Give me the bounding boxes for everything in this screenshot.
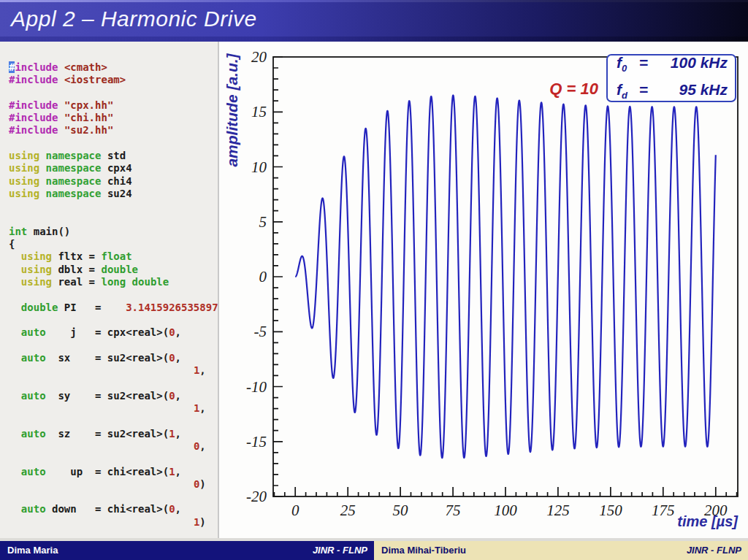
code-line	[9, 491, 218, 503]
code-line: double PI = 3.14159265358979	[9, 302, 218, 314]
code-line: #include <iostream>	[9, 74, 218, 86]
x-tick-label: 0	[291, 502, 299, 519]
code-line: #include "chi.hh"	[9, 112, 218, 124]
code-line: #include "cpx.hh"	[9, 99, 218, 112]
code-line: #include <cmath>	[9, 61, 218, 74]
code-line	[9, 213, 218, 226]
code-line: using namespace su24	[9, 188, 218, 200]
code-line: using namespace chi4	[9, 175, 218, 188]
y-tick-label: 0	[259, 268, 267, 285]
code-line: auto up = chi<real>(1,	[9, 466, 218, 478]
code-line	[9, 137, 218, 150]
code-line	[9, 453, 218, 465]
x-tick-label: 100	[494, 502, 517, 519]
code-line: #include "su2.hh"	[9, 124, 218, 137]
code-line: auto down = chi<real>(0,	[9, 503, 218, 515]
x-tick-label: 175	[652, 502, 675, 519]
y-tick-label: -10	[246, 378, 267, 396]
code-line: 1,	[9, 364, 218, 377]
code-line: auto j = cpx<real>(0,	[9, 326, 218, 339]
x-tick-label: 50	[393, 502, 409, 519]
code-line: using namespace cpx4	[9, 162, 218, 174]
code-line: 0,	[9, 440, 218, 453]
x-tick-label: 150	[599, 502, 622, 519]
header-bottom-stripe	[0, 37, 748, 42]
code-line: 1,	[9, 402, 218, 415]
footer-left: Dima Maria JINR - FLNP	[0, 541, 374, 560]
chart-panel: 0255075100125150175200-20-15-10-50510152…	[218, 42, 748, 538]
y-tick-label: 5	[259, 213, 267, 231]
y-axis-title: amplitude [a.u.]	[224, 45, 241, 175]
y-tick-label: -20	[246, 488, 267, 505]
code-line: int main()	[9, 226, 218, 238]
y-tick-label: 15	[251, 103, 267, 120]
code-line	[9, 87, 218, 99]
code-line: auto sx = su2<real>(0,	[9, 352, 218, 364]
waveform-plot: 0255075100125150175200-20-15-10-50510152…	[221, 42, 748, 538]
slide: Appl 2 – Harmonic Drive #include <cmath>…	[0, 0, 748, 560]
code-line	[9, 415, 218, 427]
affiliation-left: JINR - FLNP	[313, 545, 367, 556]
legend-box: f0=100 kHzfd=95 kHz	[606, 54, 736, 102]
legend-entry: f0=100 kHz	[617, 52, 728, 79]
code-line: auto sy = su2<real>(0,	[9, 390, 218, 402]
code-line: auto sz = su2<real>(1,	[9, 428, 218, 440]
y-tick-label: 10	[251, 158, 267, 176]
code-line: 1)	[9, 516, 218, 529]
code-line: 0)	[9, 478, 218, 491]
code-line: using fltx = float	[9, 250, 218, 263]
code-line: using dblx = double	[9, 264, 218, 276]
y-tick-label: -15	[246, 433, 267, 450]
affiliation-right: JINR - FLNP	[687, 545, 741, 556]
code-line	[9, 288, 218, 301]
legend-entry: fd=95 kHz	[617, 79, 728, 106]
slide-title: Appl 2 – Harmonic Drive	[11, 7, 257, 31]
x-tick-label: 75	[446, 502, 461, 519]
code-line	[9, 377, 218, 389]
footer-right: Dima Mihai-Tiberiu JINR - FLNP	[374, 541, 748, 560]
author-left: Dima Maria	[7, 545, 58, 556]
footer: Dima Maria JINR - FLNP Dima Mihai-Tiberi…	[0, 541, 748, 560]
code-line: using real = long double	[9, 276, 218, 288]
y-tick-label: -5	[254, 323, 267, 340]
oscillation-curve	[295, 96, 716, 459]
x-tick-label: 25	[340, 502, 356, 519]
y-tick-label: 20	[251, 48, 267, 66]
x-tick-label: 125	[546, 502, 570, 519]
code-line	[9, 200, 218, 212]
code-listing: #include <cmath>#include <iostream> #inc…	[0, 42, 218, 538]
code-line	[9, 314, 218, 326]
q-factor-label: Q = 10	[549, 80, 598, 99]
author-right: Dima Mihai-Tiberiu	[381, 545, 466, 556]
x-axis-title: time [µs]	[677, 513, 738, 530]
code-line	[9, 340, 218, 352]
code-line: {	[9, 238, 218, 250]
code-line: using namespace std	[9, 150, 218, 162]
